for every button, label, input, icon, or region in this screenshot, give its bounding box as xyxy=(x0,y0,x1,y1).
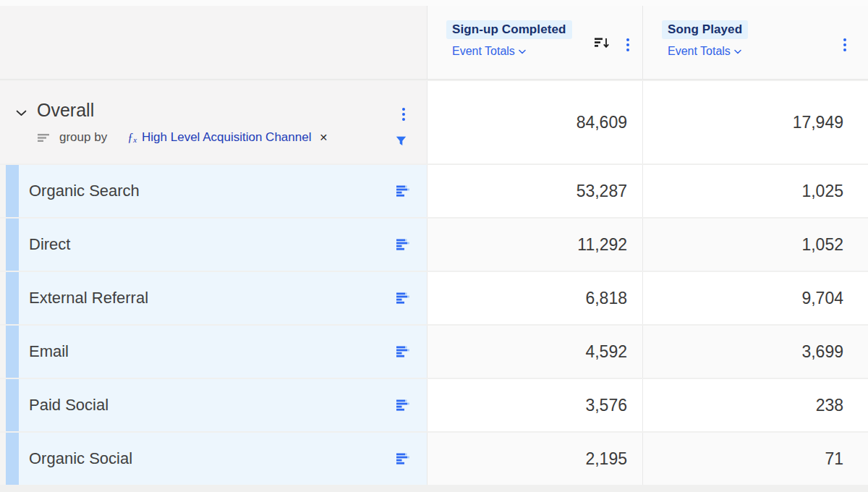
group-row-label: Direct xyxy=(29,235,396,254)
filter-funnel-icon[interactable] xyxy=(396,136,407,146)
value-cell[interactable]: 11,292 xyxy=(427,219,642,271)
group-row-label: Organic Social xyxy=(29,449,396,468)
chevron-down-icon xyxy=(734,49,741,54)
group-by-property-name: High Level Acquisition Channel xyxy=(142,130,311,145)
metric-dropdown-label: Event Totals xyxy=(452,45,515,58)
chevron-down-icon xyxy=(519,49,526,54)
remove-group-by-icon[interactable]: ✕ xyxy=(319,132,328,143)
group-by-label: group by xyxy=(59,130,107,145)
value-cell[interactable]: 6,818 xyxy=(427,272,642,324)
overall-label: Overall xyxy=(37,100,94,121)
group-label-cell[interactable]: Email xyxy=(0,326,427,378)
event-name-chip[interactable]: Sign-up Completed xyxy=(446,20,572,39)
group-by-row: group by ƒx High Level Acquisition Chann… xyxy=(0,130,427,145)
value-cell[interactable]: 4,592 xyxy=(427,326,642,378)
sort-descending-icon[interactable] xyxy=(595,36,610,53)
row-menu-kebab-icon[interactable] xyxy=(401,104,407,124)
group-label-cell[interactable]: Organic Social xyxy=(0,433,427,485)
metric-dropdown[interactable]: Event Totals xyxy=(668,45,741,58)
group-row-label: Organic Search xyxy=(29,182,396,200)
value-cell[interactable]: 238 xyxy=(642,379,868,431)
metric-dropdown[interactable]: Event Totals xyxy=(452,45,526,58)
grouped-events-table: Sign-up Completed Event Totals Song Play… xyxy=(0,6,868,485)
overall-row: Overall group by ƒx High Level Acquisiti… xyxy=(0,81,868,164)
group-row-external-referral: External Referral 6,818 9,704 xyxy=(0,272,868,324)
value-cell[interactable]: 71 xyxy=(642,433,868,485)
value-cell[interactable]: 3,576 xyxy=(427,379,642,431)
bar-chart-icon[interactable] xyxy=(396,292,411,304)
value-cell[interactable]: 53,287 xyxy=(427,165,642,217)
group-label-cell[interactable]: External Referral xyxy=(0,272,427,324)
value-cell[interactable]: 1,025 xyxy=(642,165,868,217)
group-row-direct: Direct 11,292 1,052 xyxy=(0,219,868,271)
value-cell-overall-songplayed[interactable]: 17,949 xyxy=(642,81,868,164)
value-cell[interactable]: 3,699 xyxy=(642,326,868,378)
value-cell-overall-signup[interactable]: 84,609 xyxy=(427,81,642,164)
table-corner-cell xyxy=(0,6,427,80)
value-cell[interactable]: 2,195 xyxy=(427,433,642,485)
column-menu-kebab-icon[interactable] xyxy=(842,35,848,55)
group-row-paid-social: Paid Social 3,576 238 xyxy=(0,379,868,431)
group-color-bar xyxy=(6,326,19,378)
group-row-organic-search: Organic Search 53,287 1,025 xyxy=(0,165,868,217)
group-row-label: Email xyxy=(29,342,396,361)
bar-chart-icon[interactable] xyxy=(396,239,411,250)
group-label-cell[interactable]: Paid Social xyxy=(0,379,427,431)
column-header-song-played: Song Played Event Totals xyxy=(642,6,868,80)
page-top-margin xyxy=(0,0,868,6)
collapse-chevron-icon[interactable] xyxy=(16,106,27,119)
metric-dropdown-label: Event Totals xyxy=(668,45,731,58)
value-cell[interactable]: 9,704 xyxy=(642,272,868,324)
fx-icon: ƒ xyxy=(127,131,133,144)
bar-chart-icon[interactable] xyxy=(396,453,411,465)
group-row-organic-social: Organic Social 2,195 71 xyxy=(0,433,868,485)
group-label-cell[interactable]: Direct xyxy=(0,219,427,271)
value-cell[interactable]: 1,052 xyxy=(642,219,868,271)
table-header-row: Sign-up Completed Event Totals Song Play… xyxy=(0,6,868,80)
event-name-chip[interactable]: Song Played xyxy=(662,20,748,39)
bar-chart-icon[interactable] xyxy=(396,346,411,357)
overall-cell: Overall group by ƒx High Level Acquisiti… xyxy=(0,81,427,164)
group-by-property-chip[interactable]: ƒx High Level Acquisition Channel ✕ xyxy=(127,130,328,145)
group-row-label: Paid Social xyxy=(29,396,396,415)
group-by-bars-icon xyxy=(38,133,51,143)
group-color-bar xyxy=(6,165,19,217)
column-menu-kebab-icon[interactable] xyxy=(625,35,631,55)
group-row-email: Email 4,592 3,699 xyxy=(0,326,868,378)
group-row-label: External Referral xyxy=(29,289,396,308)
fx-icon-sub: x xyxy=(133,135,137,144)
group-color-bar xyxy=(6,219,19,271)
bar-chart-icon[interactable] xyxy=(396,185,411,197)
bar-chart-icon[interactable] xyxy=(396,399,411,411)
column-header-signup-completed: Sign-up Completed Event Totals xyxy=(427,6,642,80)
group-label-cell[interactable]: Organic Search xyxy=(0,165,427,217)
group-color-bar xyxy=(6,272,19,324)
group-color-bar xyxy=(6,379,19,431)
group-color-bar xyxy=(6,433,19,485)
